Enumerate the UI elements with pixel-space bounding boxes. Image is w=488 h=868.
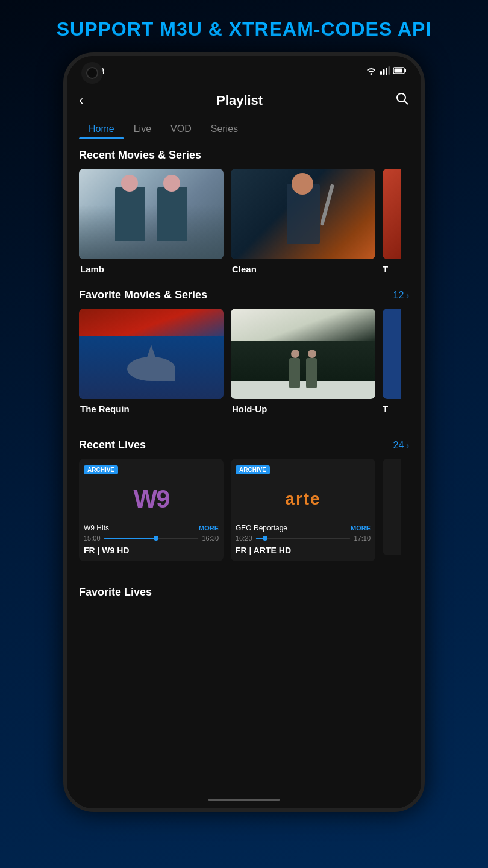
svg-rect-2 bbox=[386, 68, 387, 75]
tab-vod[interactable]: VOD bbox=[161, 119, 201, 139]
w9-more-btn[interactable]: MORE bbox=[199, 524, 219, 532]
recent-movies-row: Lamb Clean T bbox=[67, 169, 421, 274]
holdup-thumbnail bbox=[231, 309, 375, 399]
archive-badge-arte: ARCHIVE bbox=[236, 465, 270, 474]
movie-card-lamb[interactable]: Lamb bbox=[79, 169, 224, 274]
lamb-figure-1 bbox=[115, 187, 145, 241]
search-button[interactable] bbox=[396, 92, 409, 109]
svg-rect-6 bbox=[405, 69, 407, 72]
favorite-movies-chevron: › bbox=[406, 291, 409, 300]
app-bar: ‹ Playlist bbox=[67, 85, 421, 116]
w9-time-end: 16:30 bbox=[202, 535, 219, 542]
recent-lives-section: Recent Lives 24 › ARCHIVE W9 bbox=[67, 429, 421, 566]
w9-progress-row: 15:00 16:30 bbox=[84, 535, 219, 542]
signal-icon bbox=[380, 66, 390, 75]
tab-home[interactable]: Home bbox=[79, 119, 124, 139]
arte-time-start: 16:20 bbox=[236, 535, 252, 542]
w9-progress-dot bbox=[154, 536, 158, 541]
svg-rect-5 bbox=[395, 69, 402, 73]
recent-lives-count-value: 24 bbox=[393, 440, 404, 451]
lamb-thumbnail bbox=[79, 169, 224, 259]
app-title: Playlist bbox=[216, 93, 263, 108]
camera-lens bbox=[86, 67, 98, 79]
svg-rect-3 bbox=[389, 66, 390, 75]
arte-program-name: GEO Reportage bbox=[236, 524, 287, 532]
recent-lives-count[interactable]: 24 › bbox=[393, 440, 409, 451]
live-card-partial[interactable] bbox=[383, 459, 401, 555]
svg-line-8 bbox=[404, 101, 408, 104]
favorite-movies-count[interactable]: 12 › bbox=[393, 290, 409, 301]
live-cards-row: ARCHIVE W9 W9 Hits MORE 15:00 bbox=[67, 459, 421, 561]
w9-progress-bar bbox=[104, 538, 199, 539]
status-icons bbox=[366, 66, 407, 75]
w9-time-start: 15:00 bbox=[84, 535, 101, 542]
favorite-lives-header: Favorite Lives bbox=[67, 586, 421, 606]
favorite-movies-count-value: 12 bbox=[393, 290, 404, 301]
w9-logo: W9 bbox=[134, 485, 169, 514]
requin-thumbnail bbox=[79, 309, 224, 399]
favorite-lives-section: Favorite Lives bbox=[67, 576, 421, 611]
live-card-arte[interactable]: ARCHIVE arte GEO Reportage MORE 16:20 bbox=[231, 459, 375, 561]
arte-logo-area: arte bbox=[236, 478, 371, 520]
movie-card-requin[interactable]: The Requin bbox=[79, 309, 224, 414]
clean-figure bbox=[287, 184, 320, 244]
holdup-figure-2 bbox=[306, 358, 317, 388]
app-content: ‹ Playlist Home Live VOD Series Recent M… bbox=[67, 85, 421, 808]
recent-lives-title: Recent Lives bbox=[79, 439, 146, 451]
w9-program-row: W9 Hits MORE bbox=[84, 524, 219, 532]
camera-notch bbox=[81, 62, 103, 84]
movie-thumb-requin bbox=[79, 309, 224, 399]
holdup-figures bbox=[289, 358, 317, 388]
search-icon bbox=[396, 92, 409, 105]
arte-time-end: 17:10 bbox=[354, 535, 371, 542]
fav-movie-card-partial[interactable]: T bbox=[383, 309, 401, 414]
favorite-movies-header: Favorite Movies & Series 12 › bbox=[67, 289, 421, 309]
fav-movie-thumb-partial bbox=[383, 309, 401, 399]
divider-1 bbox=[79, 424, 409, 424]
recent-movies-header: Recent Movies & Series bbox=[67, 149, 421, 169]
fav-movie-title-partial: T bbox=[383, 404, 401, 414]
movie-card-clean[interactable]: Clean bbox=[231, 169, 375, 274]
clean-thumbnail bbox=[231, 169, 375, 259]
arte-logo: arte bbox=[285, 489, 321, 509]
recent-movies-section: Recent Movies & Series bbox=[67, 139, 421, 279]
movie-thumb-lamb bbox=[79, 169, 224, 259]
arte-progress-dot bbox=[263, 536, 267, 541]
arte-program-row: GEO Reportage MORE bbox=[236, 524, 371, 532]
requin-shark bbox=[127, 357, 175, 381]
movie-title-holdup: Hold-Up bbox=[231, 404, 375, 414]
w9-logo-area: W9 bbox=[84, 478, 219, 520]
wifi-icon bbox=[366, 66, 377, 75]
arte-more-btn[interactable]: MORE bbox=[351, 524, 371, 532]
movie-thumb-holdup bbox=[231, 309, 375, 399]
w9-channel-name: FR | W9 HD bbox=[84, 542, 219, 556]
battery-icon bbox=[393, 67, 407, 74]
w9-program-name: W9 Hits bbox=[84, 524, 109, 532]
movie-card-holdup[interactable]: Hold-Up bbox=[231, 309, 375, 414]
holdup-figure-1 bbox=[289, 358, 300, 388]
favorite-movies-section: Favorite Movies & Series 12 › bbox=[67, 279, 421, 419]
divider-2 bbox=[79, 571, 409, 571]
movie-title-requin: The Requin bbox=[79, 404, 224, 414]
favorite-movies-row: The Requin bbox=[67, 309, 421, 414]
live-card-w9[interactable]: ARCHIVE W9 W9 Hits MORE 15:00 bbox=[79, 459, 224, 561]
favorite-lives-title: Favorite Lives bbox=[79, 586, 152, 599]
recent-lives-chevron: › bbox=[406, 441, 409, 450]
tab-series[interactable]: Series bbox=[201, 119, 248, 139]
movie-thumb-clean bbox=[231, 169, 375, 259]
tab-live[interactable]: Live bbox=[124, 119, 161, 139]
scroll-content[interactable]: Recent Movies & Series bbox=[67, 139, 421, 808]
arte-channel-name: FR | ARTE HD bbox=[236, 542, 371, 556]
arte-progress-row: 16:20 17:10 bbox=[236, 535, 371, 542]
svg-rect-1 bbox=[383, 69, 385, 75]
tabs-bar: Home Live VOD Series bbox=[67, 119, 421, 139]
recent-movies-title: Recent Movies & Series bbox=[79, 149, 201, 162]
movie-card-partial[interactable]: T bbox=[383, 169, 401, 274]
movie-title-partial: T bbox=[383, 264, 401, 274]
back-button[interactable]: ‹ bbox=[79, 93, 83, 108]
lamb-figure-2 bbox=[157, 187, 187, 241]
movie-thumb-partial bbox=[383, 169, 401, 259]
page-header-title: SUPPORT M3U & XTREAM-CODES API bbox=[57, 18, 432, 40]
status-bar: 16:23 bbox=[67, 56, 421, 85]
bottom-home-indicator bbox=[208, 799, 280, 801]
